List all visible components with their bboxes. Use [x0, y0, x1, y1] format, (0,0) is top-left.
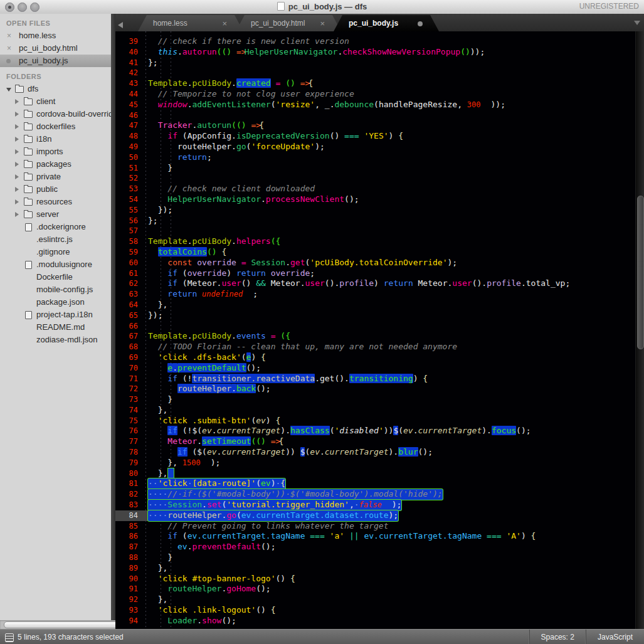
sidebar-scrollbar-track[interactable] [111, 14, 115, 629]
selection-region: ····//·if·($('#modal-body'))·$('#modal-b… [148, 489, 443, 500]
line-number: 51 [115, 163, 148, 174]
line-number: 90 [115, 574, 148, 584]
open-files-header: OPEN FILES [0, 14, 111, 29]
code-line-43: 43Template.pcUiBody.created = () => { [115, 78, 644, 89]
code-line-76: 76 if (!$(ev.currentTarget).hasClass('di… [115, 426, 644, 436]
tab-pc_ui_body.html[interactable]: pc_ui_body.html× [236, 15, 341, 31]
code-line-92: 92 }, [115, 594, 644, 605]
tab-scroll-left-icon[interactable] [118, 22, 123, 28]
tab-bar: home.less×pc_ui_body.html×pc_ui_body.js [115, 14, 644, 32]
folders-header: FOLDERS [0, 67, 111, 83]
file-mobile-config.js[interactable]: mobile-config.js [0, 283, 111, 296]
folder-server[interactable]: server [0, 208, 111, 221]
disclosure-closed-icon [15, 187, 19, 192]
line-number: 58 [115, 236, 148, 247]
code-line-74: 74 }, [115, 405, 644, 416]
open-file-pc_ui_body.html[interactable]: ×pc_ui_body.html [0, 42, 111, 55]
line-number: 46 [115, 110, 148, 121]
folder-client[interactable]: client [0, 95, 111, 108]
close-file-icon[interactable]: × [7, 29, 11, 42]
line-number: 89 [115, 563, 148, 574]
file-project-tap.i18n[interactable]: project-tap.i18n [0, 309, 111, 321]
folder-cordova-build-override[interactable]: cordova-build-override [0, 108, 111, 120]
tab-overflow-menu-icon[interactable] [634, 21, 640, 25]
folder-private[interactable]: private [0, 171, 111, 183]
line-number: 74 [115, 405, 148, 416]
line-number: 83 [115, 500, 148, 510]
disclosure-closed-icon [15, 137, 19, 142]
code-line-89: 89 }, [115, 563, 644, 574]
code-line-86: 86 if (ev.currentTarget.tagName === 'a' … [115, 531, 644, 542]
code-line-57: 57 [115, 226, 644, 236]
tab-home.less[interactable]: home.less× [138, 15, 243, 31]
file-.gitignore[interactable]: .gitignore [0, 246, 111, 258]
file-.modulusignore[interactable]: .modulusignore [0, 258, 111, 271]
folder-imports[interactable]: imports [0, 145, 111, 158]
document-icon [277, 2, 285, 11]
code-line-88: 88 } [115, 552, 644, 563]
file-.dockerignore[interactable]: .dockerignore [0, 221, 111, 233]
indent-settings[interactable]: Spaces: 2 [529, 630, 586, 644]
tab-close-icon[interactable]: × [222, 15, 227, 32]
code-line-79: 79 }, 1500); [115, 458, 644, 468]
line-number: 85 [115, 521, 148, 532]
line-number: 48 [115, 131, 148, 142]
tab-pc_ui_body.js[interactable]: pc_ui_body.js [334, 15, 439, 31]
disclosure-closed-icon [15, 162, 19, 167]
editor-vertical-scrollbar[interactable] [635, 31, 644, 629]
selection-region: ····Session.set('tutorial.trigger_hidden… [148, 500, 401, 510]
file-README.md[interactable]: README.md [0, 321, 111, 334]
unregistered-label: UNREGISTERED [579, 0, 639, 14]
disclosure-closed-icon [15, 112, 19, 117]
title-bar: pc_ui_body.js — dfs UNREGISTERED [0, 0, 644, 14]
code-line-75: 75 'click .submit-btn'(ev) { [115, 416, 644, 426]
code-line-70: 70 e.preventDefault(); [115, 363, 644, 374]
folder-root[interactable]: dfs [0, 83, 111, 95]
status-lines-icon [5, 633, 14, 642]
selection-newline-block [168, 468, 174, 478]
code-line-59: 59 totalCoins() { [115, 247, 644, 258]
line-number: 62 [115, 278, 148, 289]
code-line-54: 54 HelperUserNavigator.processNewClient(… [115, 194, 644, 205]
file-.eslintrc.js[interactable]: .eslintrc.js [0, 233, 111, 246]
code-line-63: 63 return undefined; [115, 289, 644, 300]
close-file-icon[interactable]: × [7, 42, 11, 55]
line-number: 65 [115, 310, 148, 321]
code-line-78: 78 if ($(ev.currentTarget)) $(ev.current… [115, 447, 644, 458]
folder-resources[interactable]: resources [0, 196, 111, 208]
code-line-84: 84····routeHelper.go(ev.currentTarget.da… [115, 510, 644, 521]
line-number: 66 [115, 321, 148, 332]
open-files-list: ×home.less×pc_ui_body.htmlpc_ui_body.js [0, 29, 111, 67]
disclosure-open-icon [6, 88, 11, 92]
disclosure-closed-icon [15, 212, 19, 217]
code-line-51: 51 } [115, 163, 644, 174]
file-package.json[interactable]: package.json [0, 296, 111, 309]
line-number: 45 [115, 100, 148, 110]
code-line-73: 73 } [115, 394, 644, 405]
editor-vertical-scrollbar-thumb[interactable] [637, 196, 644, 349]
line-number: 71 [115, 374, 148, 384]
folder-dockerfiles[interactable]: dockerfiles [0, 120, 111, 133]
folder-packages[interactable]: packages [0, 158, 111, 171]
line-number: 81 [115, 478, 148, 489]
code-line-61: 61 if (override) return override; [115, 268, 644, 279]
folder-public[interactable]: public [0, 183, 111, 196]
file-zodiase-mdl.json[interactable]: zodiase-mdl.json [0, 334, 111, 346]
code-editor[interactable]: 39 // check if there is new client versi… [115, 31, 644, 629]
line-number: 80 [115, 468, 148, 479]
open-file-home.less[interactable]: ×home.less [0, 29, 111, 42]
tab-close-icon[interactable]: × [320, 15, 325, 32]
code-line-45: 45 window.addEventListener('resize', _.d… [115, 100, 644, 110]
code-line-87: 87 ev.preventDefault(); [115, 542, 644, 552]
line-number: 91 [115, 584, 148, 594]
folder-i18n[interactable]: i18n [0, 133, 111, 145]
line-number: 86 [115, 531, 148, 542]
line-number: 60 [115, 258, 148, 268]
code-line-65: 65}); [115, 310, 644, 321]
syntax-selector[interactable]: JavaScript [586, 630, 644, 644]
file-Dockerfile[interactable]: Dockerfile [0, 271, 111, 283]
disclosure-closed-icon [15, 99, 19, 104]
open-file-pc_ui_body.js[interactable]: pc_ui_body.js [0, 55, 111, 67]
code-line-69: 69 'click .dfs-back'(e) { [115, 352, 644, 363]
code-lines: 39 // check if there is new client versi… [115, 36, 644, 626]
